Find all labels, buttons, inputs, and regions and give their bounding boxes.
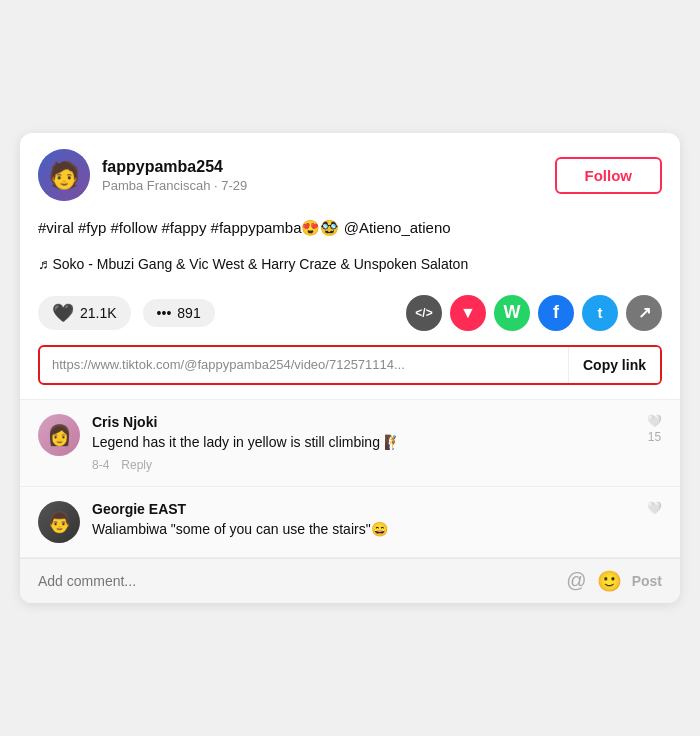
post-date: 7-29 <box>221 178 247 193</box>
like-count: 21.1K <box>80 305 117 321</box>
comment-avatar-1: 👩 <box>38 414 80 456</box>
emoji-icon[interactable]: 🙂 <box>597 569 622 593</box>
post-caption: #viral #fyp #follow #fappy #fappypamba😍🥸… <box>20 211 680 250</box>
comment-count: 891 <box>177 305 200 321</box>
whatsapp-button[interactable]: W <box>494 295 530 331</box>
twitter-button[interactable]: t <box>582 295 618 331</box>
comment-item-2: 👨 Georgie EAST Waliambiwa "some of you c… <box>20 487 680 558</box>
reply-button-1[interactable]: Reply <box>121 458 152 472</box>
copy-link-button[interactable]: Copy link <box>568 347 660 383</box>
user-avatar: 🧑 <box>38 149 90 201</box>
comment-like-count-1: 15 <box>648 430 661 444</box>
comments-section: 👩 Cris Njoki Legend has it the lady in y… <box>20 400 680 558</box>
like-button[interactable]: 🖤 21.1K <box>38 296 131 330</box>
whatsapp-icon: W <box>504 302 521 323</box>
comment-text-2: Waliambiwa "some of you can use the stai… <box>92 520 635 540</box>
comment-content-1: Cris Njoki Legend has it the lady in yel… <box>92 414 635 472</box>
comment-username-2: Georgie EAST <box>92 501 635 517</box>
facebook-button[interactable]: f <box>538 295 574 331</box>
comment-username-1: Cris Njoki <box>92 414 635 430</box>
link-url: https://www.tiktok.com/@fappypamba254/vi… <box>40 347 568 382</box>
share-button[interactable]: ↗ <box>626 295 662 331</box>
comment-heart-icon-2: 🤍 <box>647 501 662 515</box>
comment-input[interactable] <box>38 573 556 589</box>
comment-like-2[interactable]: 🤍 <box>647 501 662 543</box>
username: fappypamba254 <box>102 158 247 176</box>
share-icon: ↗ <box>638 303 651 322</box>
follow-button[interactable]: Follow <box>555 157 663 194</box>
user-meta: Pamba Franciscah · 7-29 <box>102 178 247 193</box>
actions-row: 🖤 21.1K ••• 891 </> ▼ W f t ↗ <box>20 289 680 341</box>
code-icon: </> <box>415 306 432 320</box>
comment-icon: ••• <box>157 305 172 321</box>
post-header: 🧑 fappypamba254 Pamba Franciscah · 7-29 … <box>20 133 680 211</box>
facebook-icon: f <box>553 302 559 323</box>
user-info: 🧑 fappypamba254 Pamba Franciscah · 7-29 <box>38 149 247 201</box>
comment-avatar-2: 👨 <box>38 501 80 543</box>
link-box: https://www.tiktok.com/@fappypamba254/vi… <box>38 345 662 385</box>
comment-meta-1: 8-4 Reply <box>92 458 635 472</box>
comment-item: 👩 Cris Njoki Legend has it the lady in y… <box>20 400 680 487</box>
link-box-wrapper: https://www.tiktok.com/@fappypamba254/vi… <box>20 341 680 399</box>
comment-bar: @ 🙂 Post <box>20 558 680 603</box>
comment-like-1[interactable]: 🤍 15 <box>647 414 662 472</box>
download-button[interactable]: ▼ <box>450 295 486 331</box>
embed-button[interactable]: </> <box>406 295 442 331</box>
post-button[interactable]: Post <box>632 573 662 589</box>
post-song: ♬ Soko - Mbuzi Gang & Vic West & Harry C… <box>20 250 680 289</box>
twitter-icon: t <box>598 304 603 321</box>
comment-date-1: 8-4 <box>92 458 109 472</box>
comment-text-1: Legend has it the lady in yellow is stil… <box>92 433 635 453</box>
comment-button[interactable]: ••• 891 <box>143 299 215 327</box>
post-card: 🧑 fappypamba254 Pamba Franciscah · 7-29 … <box>20 133 680 602</box>
at-icon[interactable]: @ <box>566 569 586 592</box>
display-name: Pamba Franciscah <box>102 178 210 193</box>
comment-heart-icon-1: 🤍 <box>647 414 662 428</box>
download-icon: ▼ <box>460 304 476 322</box>
share-icons: </> ▼ W f t ↗ <box>406 295 662 331</box>
comment-content-2: Georgie EAST Waliambiwa "some of you can… <box>92 501 635 543</box>
heart-icon: 🖤 <box>52 302 74 324</box>
